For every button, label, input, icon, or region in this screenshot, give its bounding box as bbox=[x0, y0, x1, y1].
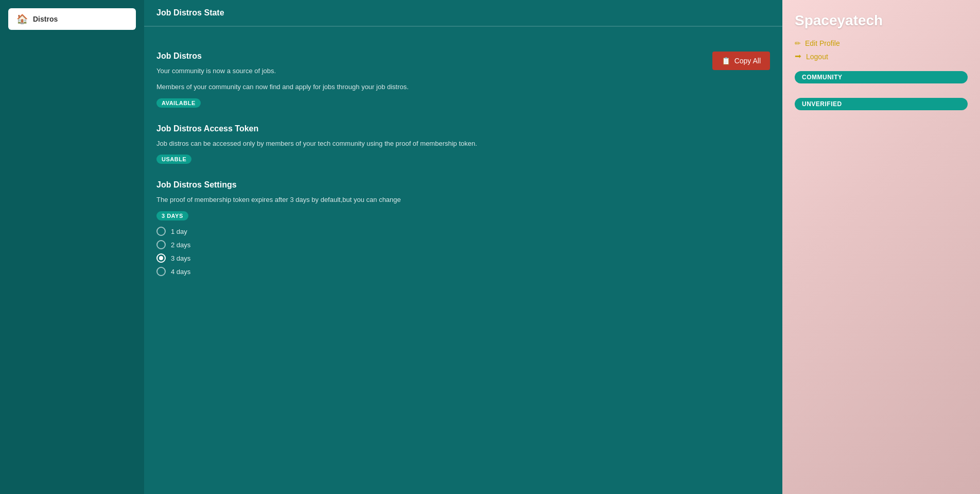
brand-title: Spaceyatech bbox=[795, 12, 968, 29]
radio-label-3-days: 3 days bbox=[171, 254, 190, 262]
edit-profile-link[interactable]: ✏ Edit Profile bbox=[795, 39, 968, 47]
distros-icon: 🏠 bbox=[16, 13, 28, 25]
days-badge: 3 DAYS bbox=[156, 211, 188, 220]
settings-title: Job Distros Settings bbox=[156, 180, 770, 190]
sidebar: 🏠 Distros bbox=[0, 0, 144, 494]
main-content: Job Distros State 📋 Copy All Job Distros… bbox=[144, 0, 782, 494]
main-body: 📋 Copy All Job Distros Your community is… bbox=[144, 39, 782, 305]
radio-1-day[interactable]: 1 day bbox=[156, 227, 770, 236]
copy-icon: 📋 bbox=[722, 57, 730, 65]
job-distros-access-token-section: Job Distros Access Token Job distros can… bbox=[156, 124, 770, 164]
access-token-desc: Job distros can be accessed only by memb… bbox=[156, 139, 770, 149]
right-panel: Spaceyatech ✏ Edit Profile ⮕ Logout COMM… bbox=[782, 0, 980, 494]
copy-all-label: Copy All bbox=[734, 57, 761, 65]
copy-all-button[interactable]: 📋 Copy All bbox=[712, 52, 770, 70]
radio-circle-2-days bbox=[156, 240, 166, 249]
radio-4-days[interactable]: 4 days bbox=[156, 267, 770, 276]
community-tag[interactable]: COMMUNITY bbox=[795, 71, 968, 83]
job-distros-desc-2: Members of your community can now find a… bbox=[156, 82, 770, 93]
radio-2-days[interactable]: 2 days bbox=[156, 240, 770, 249]
logout-link[interactable]: ⮕ Logout bbox=[795, 53, 968, 61]
radio-circle-4-days bbox=[156, 267, 166, 276]
page-title: Job Distros State bbox=[156, 8, 224, 17]
radio-label-1-day: 1 day bbox=[171, 228, 187, 235]
logout-label: Logout bbox=[806, 53, 828, 61]
usable-badge: USABLE bbox=[156, 155, 191, 164]
job-distros-settings-section: Job Distros Settings The proof of member… bbox=[156, 180, 770, 276]
unverified-tag[interactable]: UNVERIFIED bbox=[795, 98, 968, 110]
radio-group: 1 day 2 days 3 days 4 days bbox=[156, 227, 770, 276]
sidebar-item-distros[interactable]: 🏠 Distros bbox=[8, 8, 136, 30]
access-token-title: Job Distros Access Token bbox=[156, 124, 770, 133]
radio-label-4-days: 4 days bbox=[171, 268, 190, 276]
logout-icon: ⮕ bbox=[795, 53, 802, 61]
edit-profile-label: Edit Profile bbox=[805, 39, 840, 47]
radio-circle-3-days bbox=[156, 253, 166, 263]
job-distros-section: Job Distros Your community is now a sour… bbox=[156, 52, 770, 108]
pencil-icon: ✏ bbox=[795, 39, 801, 47]
job-distros-desc-1: Your community is now a source of jobs. bbox=[156, 66, 770, 77]
radio-circle-1-day bbox=[156, 227, 166, 236]
settings-desc: The proof of membership token expires af… bbox=[156, 195, 770, 206]
job-distros-title: Job Distros bbox=[156, 52, 770, 61]
radio-3-days[interactable]: 3 days bbox=[156, 253, 770, 263]
main-header: Job Distros State bbox=[144, 0, 782, 26]
sidebar-item-label: Distros bbox=[33, 15, 58, 23]
radio-label-2-days: 2 days bbox=[171, 241, 190, 249]
available-badge: AVAILABLE bbox=[156, 98, 201, 108]
